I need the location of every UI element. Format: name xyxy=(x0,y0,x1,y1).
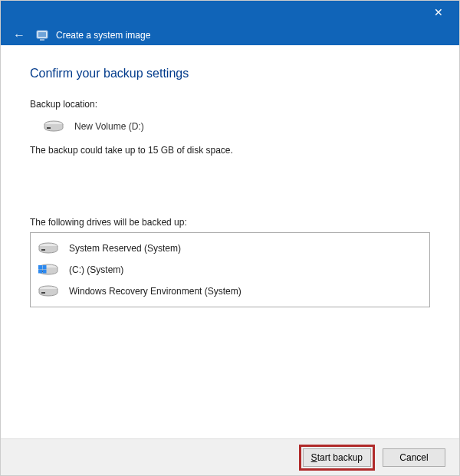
svg-rect-11 xyxy=(38,270,42,274)
list-item: Windows Recovery Environment (System) xyxy=(34,281,426,302)
page-heading: Confirm your backup settings xyxy=(30,67,430,80)
highlight-annotation: Start backup xyxy=(299,445,375,471)
close-button[interactable]: ✕ xyxy=(426,3,452,21)
start-backup-label-rest: tart backup xyxy=(317,452,363,463)
drives-list: System Reserved (System) (C:) (System) xyxy=(30,232,430,307)
size-estimate-text: The backup could take up to 15 GB of dis… xyxy=(30,145,430,156)
drive-item-label: Windows Recovery Environment (System) xyxy=(69,286,242,297)
backup-location-value: New Volume (D:) xyxy=(74,121,144,132)
svg-rect-2 xyxy=(40,39,44,41)
list-item: System Reserved (System) xyxy=(34,238,426,259)
back-button[interactable]: ← xyxy=(10,27,28,44)
backup-location-label: Backup location: xyxy=(30,99,430,110)
content-area: Confirm your backup settings Backup loca… xyxy=(1,45,459,307)
svg-rect-1 xyxy=(38,32,46,37)
svg-rect-14 xyxy=(41,292,45,294)
cancel-button[interactable]: Cancel xyxy=(383,448,445,467)
svg-rect-9 xyxy=(38,265,42,269)
backup-location-row: New Volume (D:) xyxy=(44,120,430,133)
drives-label: The following drives will be backed up: xyxy=(30,217,430,228)
hard-drive-icon xyxy=(38,285,58,297)
drive-item-label: (C:) (System) xyxy=(69,264,123,275)
svg-rect-4 xyxy=(47,127,51,129)
svg-rect-6 xyxy=(41,249,45,251)
close-icon: ✕ xyxy=(434,6,443,18)
titlebar: ✕ ← Create a system image xyxy=(1,1,459,45)
back-arrow-icon: ← xyxy=(13,28,25,41)
svg-rect-12 xyxy=(43,270,47,274)
footer-bar: Start backup Cancel xyxy=(1,438,459,475)
header-row: ← Create a system image xyxy=(10,27,150,44)
hard-drive-icon xyxy=(38,242,58,254)
drive-item-label: System Reserved (System) xyxy=(69,243,181,254)
start-backup-button[interactable]: Start backup xyxy=(303,448,371,467)
system-image-icon xyxy=(36,29,48,41)
window-title: Create a system image xyxy=(56,30,150,41)
list-item: (C:) (System) xyxy=(34,259,426,281)
hard-drive-icon xyxy=(44,120,64,133)
windows-drive-icon xyxy=(38,264,58,276)
svg-rect-10 xyxy=(43,265,47,269)
